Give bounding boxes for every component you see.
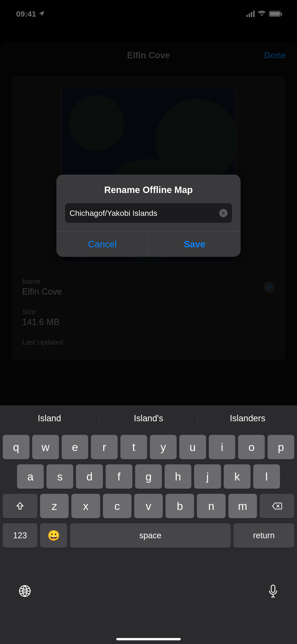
- key-v[interactable]: v: [134, 494, 163, 518]
- key-n[interactable]: n: [197, 494, 226, 518]
- alert-title: Rename Offline Map: [56, 174, 240, 203]
- keyboard: Island Island's Islanders q w e r t y u …: [0, 406, 297, 644]
- key-f[interactable]: f: [106, 464, 132, 489]
- rename-alert: Rename Offline Map Cancel Save: [56, 174, 240, 257]
- key-b[interactable]: b: [166, 494, 194, 518]
- key-h[interactable]: h: [164, 464, 191, 489]
- key-k[interactable]: k: [224, 464, 250, 489]
- mic-icon[interactable]: [268, 584, 278, 601]
- key-a[interactable]: a: [17, 464, 44, 489]
- key-r[interactable]: r: [91, 435, 118, 459]
- save-button[interactable]: Save: [149, 232, 241, 257]
- key-j[interactable]: j: [194, 464, 221, 489]
- key-c[interactable]: c: [103, 494, 132, 518]
- key-row-1: q w e r t y u i o p: [3, 435, 294, 459]
- numeric-key[interactable]: 123: [3, 523, 37, 548]
- key-s[interactable]: s: [46, 464, 73, 489]
- key-row-4: 123 😀 space return: [3, 523, 294, 548]
- key-y[interactable]: y: [150, 435, 176, 459]
- clear-input-button[interactable]: [219, 209, 228, 217]
- key-q[interactable]: q: [3, 435, 30, 459]
- home-indicator[interactable]: [116, 638, 181, 640]
- key-x[interactable]: x: [71, 494, 100, 518]
- key-m[interactable]: m: [228, 494, 257, 518]
- key-o[interactable]: o: [238, 435, 265, 459]
- rename-input[interactable]: [70, 209, 219, 218]
- key-row-2: a s d f g h j k l: [3, 464, 294, 489]
- cancel-button[interactable]: Cancel: [56, 232, 149, 257]
- suggestion-bar: Island Island's Islanders: [0, 406, 297, 431]
- key-t[interactable]: t: [120, 435, 147, 459]
- key-p[interactable]: p: [268, 435, 294, 459]
- shift-key[interactable]: [3, 494, 37, 518]
- return-key[interactable]: return: [234, 523, 294, 548]
- globe-icon[interactable]: [18, 584, 31, 600]
- key-d[interactable]: d: [76, 464, 103, 489]
- suggestion-3[interactable]: Islanders: [198, 414, 297, 423]
- key-e[interactable]: e: [62, 435, 88, 459]
- suggestion-1[interactable]: Island: [0, 414, 99, 423]
- key-l[interactable]: l: [253, 464, 280, 489]
- emoji-key[interactable]: 😀: [40, 523, 67, 548]
- key-row-3: z x c v b n m: [3, 494, 294, 518]
- key-g[interactable]: g: [135, 464, 162, 489]
- space-key[interactable]: space: [70, 523, 231, 548]
- svg-rect-1: [271, 585, 275, 592]
- alert-input-container[interactable]: [65, 203, 232, 223]
- suggestion-2[interactable]: Island's: [99, 414, 198, 423]
- key-w[interactable]: w: [32, 435, 59, 459]
- backspace-key[interactable]: [260, 494, 294, 518]
- key-z[interactable]: z: [40, 494, 68, 518]
- key-i[interactable]: i: [209, 435, 236, 459]
- key-u[interactable]: u: [179, 435, 206, 459]
